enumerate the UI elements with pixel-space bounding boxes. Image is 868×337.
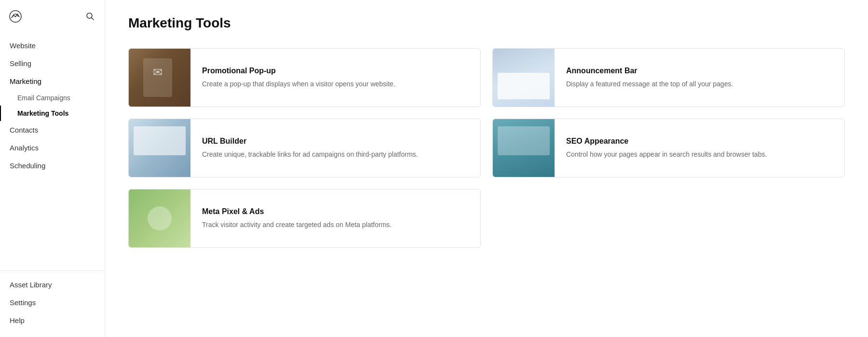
card-desc-popup: Create a pop-up that displays when a vis… [202,79,395,89]
card-content-meta: Meta Pixel & Ads Track visitor activity … [190,189,403,247]
tools-row-2: URL Builder Create unique, trackable lin… [128,119,845,177]
sidebar-item-scheduling[interactable]: Scheduling [0,157,105,175]
sidebar-item-settings[interactable]: Settings [0,294,105,311]
card-content-announcement: Announcement Bar Display a featured mess… [555,49,745,107]
card-image-url [129,119,190,177]
card-seo-appearance[interactable]: SEO Appearance Control how your pages ap… [492,119,845,177]
card-title-popup: Promotional Pop-up [202,67,395,75]
card-desc-announcement: Display a featured message at the top of… [566,79,733,89]
sidebar-item-analytics[interactable]: Analytics [0,139,105,157]
card-promotional-popup[interactable]: Promotional Pop-up Create a pop-up that … [128,48,481,107]
sidebar-item-help[interactable]: Help [0,311,105,329]
sidebar-item-email-campaigns[interactable]: Email Campaigns [0,90,105,106]
card-desc-meta: Track visitor activity and create target… [202,220,392,230]
card-meta-pixel[interactable]: Meta Pixel & Ads Track visitor activity … [128,189,481,248]
tools-row-1: Promotional Pop-up Create a pop-up that … [128,48,845,107]
card-title-announcement: Announcement Bar [566,67,733,75]
tools-grid: Promotional Pop-up Create a pop-up that … [128,48,845,248]
card-content-seo: SEO Appearance Control how your pages ap… [555,119,778,177]
card-content-url: URL Builder Create unique, trackable lin… [190,119,429,177]
sidebar-item-asset-library[interactable]: Asset Library [0,276,105,294]
sidebar-nav: Website Selling Marketing Email Campaign… [0,33,105,270]
svg-line-1 [92,18,94,20]
card-image-announcement [493,49,555,107]
card-title-meta: Meta Pixel & Ads [202,207,392,216]
sidebar-item-website[interactable]: Website [0,37,105,54]
card-desc-url: Create unique, trackable links for ad ca… [202,149,418,160]
sidebar-item-marketing-tools[interactable]: Marketing Tools [0,106,105,121]
search-button[interactable] [83,10,97,23]
sidebar-item-marketing[interactable]: Marketing [0,72,105,90]
sidebar-bottom: Asset Library Settings Help [0,270,105,337]
card-image-popup [129,49,190,107]
app-logo[interactable] [8,9,23,24]
card-content-popup: Promotional Pop-up Create a pop-up that … [190,49,407,107]
sidebar-item-contacts[interactable]: Contacts [0,121,105,139]
card-url-builder[interactable]: URL Builder Create unique, trackable lin… [128,119,481,177]
sidebar-item-selling[interactable]: Selling [0,54,105,72]
card-title-seo: SEO Appearance [566,137,767,146]
main-content: Marketing Tools Promotional Pop-up Creat… [105,0,868,337]
card-image-meta [129,189,190,247]
card-image-seo [493,119,555,177]
card-title-url: URL Builder [202,137,418,146]
card-desc-seo: Control how your pages appear in search … [566,149,767,160]
sidebar-top [0,0,105,33]
sidebar: Website Selling Marketing Email Campaign… [0,0,105,337]
tools-row-3: Meta Pixel & Ads Track visitor activity … [128,189,845,248]
card-announcement-bar[interactable]: Announcement Bar Display a featured mess… [492,48,845,107]
page-title: Marketing Tools [128,15,845,31]
